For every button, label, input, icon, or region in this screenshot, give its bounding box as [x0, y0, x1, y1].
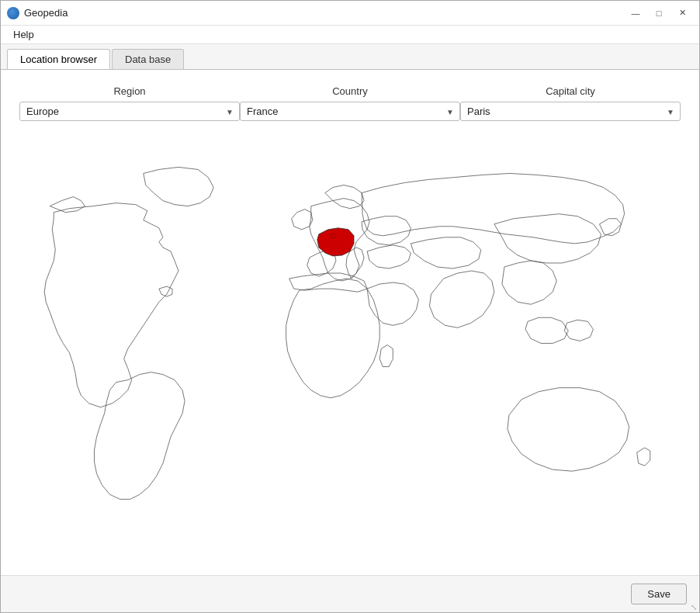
capital-city-select-wrapper: Paris Berlin Rome Madrid London ▼: [460, 102, 681, 121]
menu-bar: Help: [1, 26, 699, 44]
region-select-wrapper: Europe Africa Asia North America Oceania…: [19, 102, 240, 121]
app-logo: [7, 7, 19, 19]
menu-item-help[interactable]: Help: [7, 27, 40, 42]
tab-bar: Location browser Data base: [1, 44, 699, 70]
minimize-button[interactable]: —: [625, 4, 646, 23]
map-container: [7, 137, 693, 569]
content-area: Region Europe Africa Asia North America …: [1, 70, 699, 575]
country-select-wrapper: France Germany Italy Spain United Kingdo…: [240, 102, 460, 121]
world-map: [7, 137, 693, 569]
close-button[interactable]: ✕: [671, 4, 693, 23]
country-group: Country France Germany Italy Spain Unite…: [240, 85, 460, 121]
capital-city-label: Capital city: [460, 85, 681, 97]
capital-city-select[interactable]: Paris Berlin Rome Madrid London: [460, 102, 681, 121]
title-bar: Geopedia — □ ✕: [1, 1, 699, 26]
maximize-button[interactable]: □: [648, 4, 670, 23]
resize-handle: ⤡: [691, 603, 697, 611]
region-select[interactable]: Europe Africa Asia North America Oceania…: [19, 102, 240, 121]
svg-point-1: [331, 234, 335, 238]
controls-section: Region Europe Africa Asia North America …: [1, 70, 699, 130]
country-select[interactable]: France Germany Italy Spain United Kingdo…: [240, 102, 460, 121]
map-section: [1, 130, 699, 575]
tab-location-browser[interactable]: Location browser: [7, 49, 110, 69]
main-window: Geopedia — □ ✕ Help Location browser Dat…: [0, 0, 700, 613]
tab-data-base[interactable]: Data base: [112, 49, 184, 69]
save-button[interactable]: Save: [631, 584, 687, 604]
region-label: Region: [19, 85, 240, 97]
footer: Save ⤡: [1, 575, 699, 612]
app-title: Geopedia: [24, 7, 625, 19]
region-group: Region Europe Africa Asia North America …: [19, 85, 240, 121]
window-controls: — □ ✕: [625, 4, 693, 23]
capital-city-group: Capital city Paris Berlin Rome Madrid Lo…: [460, 85, 681, 121]
country-label: Country: [240, 85, 460, 97]
